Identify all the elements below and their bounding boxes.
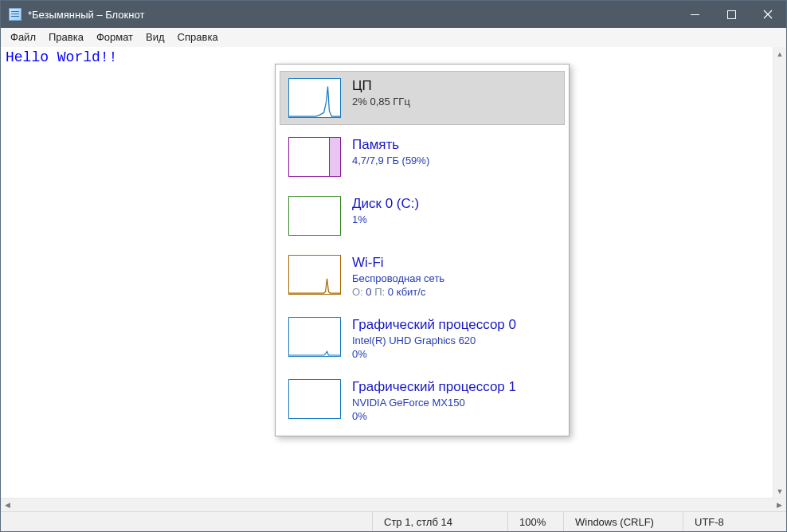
memory-title: Память	[352, 137, 429, 153]
scroll-up-icon[interactable]: ▲	[773, 47, 787, 61]
wifi-subtitle-2: О: 0 П: 0 кбит/с	[352, 286, 444, 298]
gpu0-subtitle-1: Intel(R) UHD Graphics 620	[352, 334, 516, 346]
statusbar: Стр 1, стлб 14 100% Windows (CRLF) UTF-8	[1, 511, 786, 531]
gpu1-text-group: Графический процессор 1NVIDIA GeForce MX…	[352, 379, 516, 422]
editor-text[interactable]: Hello World!!	[6, 49, 117, 65]
memory-graph-thumbnail	[288, 137, 341, 177]
menu-help[interactable]: Справка	[171, 29, 225, 45]
titlebar[interactable]: *Безымянный – Блокнот	[1, 1, 786, 28]
gpu0-graph-thumbnail	[288, 317, 341, 357]
disk0-text-group: Диск 0 (C:)1%	[352, 196, 419, 225]
menu-file[interactable]: Файл	[4, 29, 42, 45]
perf-row-wifi[interactable]: Wi-FiБеспроводная сетьО: 0 П: 0 кбит/с	[280, 248, 565, 305]
cpu-subtitle-1: 2% 0,85 ГГц	[352, 96, 410, 108]
wifi-graph-thumbnail	[288, 255, 341, 295]
cpu-graph-thumbnail	[288, 78, 341, 118]
statusbar-spacer	[1, 512, 372, 531]
wifi-title: Wi-Fi	[352, 255, 444, 271]
wifi-subtitle-1: Беспроводная сеть	[352, 272, 444, 284]
menu-format[interactable]: Формат	[90, 29, 139, 45]
menu-view[interactable]: Вид	[139, 29, 171, 45]
memory-subtitle-1: 4,7/7,9 ГБ (59%)	[352, 155, 429, 166]
wifi-rx-label: О:	[352, 286, 363, 298]
disk0-title: Диск 0 (C:)	[352, 196, 419, 212]
scroll-right-icon[interactable]: ▶	[773, 499, 786, 512]
perf-row-cpu[interactable]: ЦП2% 0,85 ГГц	[280, 71, 565, 125]
status-position: Стр 1, стлб 14	[372, 512, 507, 531]
perf-row-gpu0[interactable]: Графический процессор 0Intel(R) UHD Grap…	[280, 310, 565, 367]
status-eol: Windows (CRLF)	[563, 512, 683, 531]
horizontal-scrollbar[interactable]: ◀ ▶	[1, 498, 786, 511]
menu-edit[interactable]: Правка	[42, 29, 90, 45]
gpu0-subtitle-2: 0%	[352, 348, 516, 360]
scroll-down-icon[interactable]: ▼	[773, 484, 787, 498]
wifi-rx-value: 0	[366, 286, 371, 298]
wifi-tx-value: 0 кбит/с	[388, 286, 426, 298]
perf-row-gpu1[interactable]: Графический процессор 1NVIDIA GeForce MX…	[280, 372, 565, 429]
disk0-graph-thumbnail	[288, 196, 341, 236]
cpu-title: ЦП	[352, 78, 410, 94]
scroll-left-icon[interactable]: ◀	[1, 499, 14, 512]
menubar: Файл Правка Формат Вид Справка	[1, 28, 786, 47]
disk0-subtitle-1: 1%	[352, 213, 419, 225]
svg-rect-1	[727, 10, 735, 18]
window-control-buttons	[676, 1, 786, 28]
maximize-button[interactable]	[713, 1, 750, 28]
vertical-scrollbar[interactable]: ▲ ▼	[773, 47, 786, 498]
gpu0-title: Графический процессор 0	[352, 317, 516, 333]
perf-row-disk0[interactable]: Диск 0 (C:)1%	[280, 189, 565, 243]
cpu-text-group: ЦП2% 0,85 ГГц	[352, 78, 410, 108]
minimize-button[interactable]	[676, 1, 713, 28]
perf-row-memory[interactable]: Память4,7/7,9 ГБ (59%)	[280, 130, 565, 184]
gpu1-subtitle-1: NVIDIA GeForce MX150	[352, 397, 516, 409]
status-encoding: UTF-8	[683, 512, 786, 531]
gpu0-text-group: Графический процессор 0Intel(R) UHD Grap…	[352, 317, 516, 360]
wifi-tx-label: П:	[374, 286, 385, 298]
gpu1-subtitle-2: 0%	[352, 410, 516, 422]
close-button[interactable]	[750, 1, 786, 28]
window-title: *Безымянный – Блокнот	[28, 9, 676, 21]
wifi-text-group: Wi-FiБеспроводная сетьО: 0 П: 0 кбит/с	[352, 255, 444, 298]
memory-text-group: Память4,7/7,9 ГБ (59%)	[352, 137, 429, 166]
gpu1-graph-thumbnail	[288, 379, 341, 419]
notepad-app-icon	[9, 8, 22, 21]
status-zoom: 100%	[507, 512, 563, 531]
gpu1-title: Графический процессор 1	[352, 379, 516, 395]
taskmgr-perf-sidebar[interactable]: ЦП2% 0,85 ГГцПамять4,7/7,9 ГБ (59%)Диск …	[275, 64, 570, 436]
